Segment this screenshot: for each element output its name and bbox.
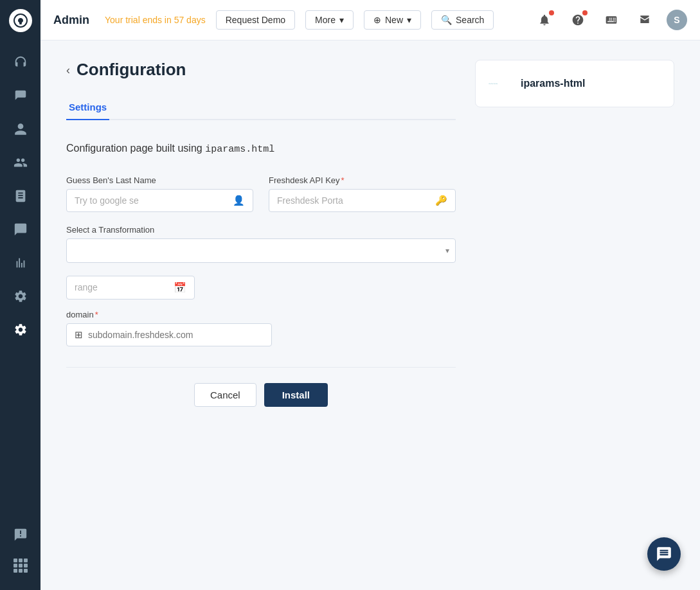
api-key-input-wrapper[interactable]: 🔑 <box>269 189 456 212</box>
domain-input[interactable] <box>88 330 264 340</box>
transformation-select-wrapper: ▾ <box>66 238 456 263</box>
sidebar-item-support[interactable] <box>0 46 40 79</box>
svg-text:~~~~: ~~~~ <box>489 81 498 85</box>
form-row-1: Guess Ben's Last Name 👤 Freshdesk API Ke… <box>66 175 456 212</box>
divider <box>66 367 456 368</box>
sidebar-item-apps[interactable] <box>0 551 40 580</box>
notifications-button[interactable] <box>533 8 556 31</box>
keyboard-button[interactable] <box>600 8 623 31</box>
notification-badge <box>549 10 554 15</box>
range-input[interactable]: range 📅 <box>66 276 195 299</box>
page-header: ‹ Configuration <box>66 60 456 80</box>
guess-input[interactable] <box>75 195 228 206</box>
form-group-transformation: Select a Transformation ▾ <box>66 225 456 263</box>
sidebar-item-knowledge[interactable] <box>0 179 40 213</box>
range-placeholder: range <box>75 282 98 292</box>
search-button[interactable]: 🔍 Search <box>431 10 494 30</box>
back-button[interactable]: ‹ <box>66 64 70 76</box>
main: Admin Your trial ends in 57 days Request… <box>40 0 700 590</box>
transformation-label: Select a Transformation <box>66 225 456 235</box>
sidebar-logo[interactable] <box>0 0 40 40</box>
marketplace-button[interactable] <box>633 8 656 31</box>
sidebar <box>0 0 40 590</box>
sidebar-item-chat[interactable] <box>0 213 40 246</box>
sidebar-nav <box>0 40 40 521</box>
api-key-input[interactable] <box>277 195 430 206</box>
install-button[interactable]: Install <box>264 383 328 407</box>
domain-label: domain* <box>66 310 456 319</box>
help-button[interactable] <box>566 8 589 31</box>
tabs: Settings <box>66 95 456 120</box>
apps-icon: ⊞ <box>75 329 83 341</box>
guess-label: Guess Ben's Last Name <box>66 175 253 185</box>
app-logo: ~~~~ <box>489 76 512 91</box>
config-code: iparams.html <box>205 144 274 155</box>
sidebar-item-inbox[interactable] <box>0 79 40 112</box>
user-avatar[interactable]: S <box>667 10 687 30</box>
calendar-icon: 📅 <box>174 282 186 294</box>
person-icon: 👤 <box>233 195 245 206</box>
brand-label: Admin <box>53 13 89 27</box>
chevron-down-icon: ▾ <box>339 15 344 25</box>
new-button[interactable]: ⊕ New ▾ <box>364 10 421 30</box>
app-card: ~~~~ iparams-html <box>475 60 674 107</box>
page-title: Configuration <box>76 60 186 80</box>
sidebar-item-feedback[interactable] <box>0 521 40 549</box>
sidebar-item-contacts[interactable] <box>0 112 40 146</box>
cancel-button[interactable]: Cancel <box>194 383 256 407</box>
more-button[interactable]: More ▾ <box>305 10 354 30</box>
sidebar-item-groups[interactable] <box>0 146 40 179</box>
domain-input-wrapper[interactable]: ⊞ <box>66 323 272 346</box>
main-panel: ‹ Configuration Settings Configuration p… <box>66 60 456 571</box>
form-group-domain: domain* ⊞ <box>66 310 456 346</box>
chevron-down-icon: ▾ <box>407 15 411 25</box>
sidebar-item-settings[interactable] <box>0 313 40 346</box>
action-row: Cancel Install <box>66 383 456 407</box>
required-star: * <box>341 175 345 185</box>
required-star: * <box>95 310 98 319</box>
plus-icon: ⊕ <box>373 15 381 25</box>
form-group-api-key: Freshdesk API Key* 🔑 <box>269 175 456 212</box>
tab-settings[interactable]: Settings <box>66 95 109 120</box>
key-icon: 🔑 <box>435 195 447 206</box>
help-badge <box>582 10 588 15</box>
api-key-label: Freshdesk API Key* <box>269 175 456 185</box>
sidebar-item-analytics[interactable] <box>0 246 40 280</box>
form-group-guess: Guess Ben's Last Name 👤 <box>66 175 253 212</box>
sidebar-item-automation[interactable] <box>0 280 40 313</box>
app-name: iparams-html <box>521 78 585 89</box>
content-area: ‹ Configuration Settings Configuration p… <box>40 40 700 590</box>
logo-icon <box>9 9 32 32</box>
guess-input-wrapper[interactable]: 👤 <box>66 189 253 212</box>
request-demo-button[interactable]: Request Demo <box>216 10 295 30</box>
transformation-select[interactable] <box>66 238 456 263</box>
search-icon: 🔍 <box>441 15 452 25</box>
chat-bubble-button[interactable] <box>647 537 681 571</box>
config-description: Configuration page built using iparams.h… <box>66 141 456 157</box>
right-panel: ~~~~ iparams-html <box>475 60 674 571</box>
range-group: range 📅 <box>66 276 456 299</box>
sidebar-bottom <box>0 521 40 590</box>
grid-icon <box>13 559 28 573</box>
trial-text: Your trial ends in 57 days <box>105 15 206 25</box>
svg-rect-1 <box>19 23 22 24</box>
topbar: Admin Your trial ends in 57 days Request… <box>40 0 700 40</box>
